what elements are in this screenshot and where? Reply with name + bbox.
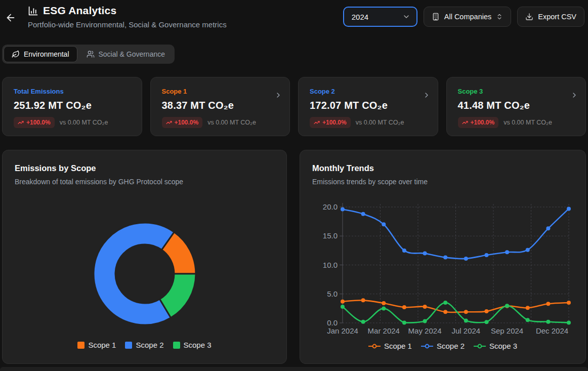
tab-social-governance[interactable]: Social & Governance: [78, 46, 174, 62]
data-point: [526, 248, 530, 252]
change-badge: +100.0%: [14, 117, 55, 128]
data-point: [505, 304, 509, 308]
monthly-trends-line-chart: 0.05.010.015.020.0Jan 2024Mar 2024May 20…: [300, 199, 586, 337]
comparison-text: vs 0.00 MT CO₂e: [356, 119, 404, 126]
charts-row: Emissions by Scope Breakdown of total em…: [2, 150, 586, 364]
legend-label: Scope 1: [88, 341, 116, 349]
chevron-right-icon: [274, 91, 282, 99]
metric-card-scope-3[interactable]: Scope 3 41.48 MT CO₂e +100.0% vs 0.00 MT…: [446, 77, 586, 136]
year-select-value: 2024: [352, 13, 368, 21]
data-point: [341, 208, 345, 212]
legend-item-scope-3[interactable]: Scope 3: [173, 341, 212, 349]
y-axis-tick-label: 0.0: [327, 318, 338, 327]
export-csv-button[interactable]: Export CSV: [517, 7, 584, 27]
back-button[interactable]: [4, 11, 17, 24]
data-point: [341, 300, 345, 304]
metric-label: Total Emissions: [14, 88, 132, 95]
data-point: [484, 309, 488, 313]
x-axis-tick-label: Mar 2024: [368, 326, 400, 335]
data-point: [382, 301, 386, 305]
metric-label: Scope 2: [310, 88, 428, 95]
emissions-by-scope-donut-chart: [3, 197, 287, 349]
y-axis-tick-label: 10.0: [323, 261, 338, 269]
data-point: [361, 320, 365, 324]
comparison-text: vs 0.00 MT CO₂e: [207, 119, 256, 126]
data-point: [484, 320, 488, 324]
change-badge: +100.0%: [458, 117, 499, 128]
chevron-right-icon: [570, 91, 578, 99]
esg-analytics-page: ESG Analytics Portfolio-wide Environment…: [0, 0, 588, 371]
data-point: [443, 301, 447, 305]
arrow-left-icon: [5, 12, 16, 23]
x-axis-tick-label: May 2024: [408, 326, 442, 335]
legend-item-scope-1[interactable]: Scope 1: [77, 341, 116, 349]
metric-value: 38.37 MT CO₂e: [162, 100, 280, 111]
tab-environmental[interactable]: Environmental: [4, 46, 77, 62]
legend-swatch: [77, 342, 85, 349]
legend-label: Scope 3: [489, 342, 517, 350]
legend-swatch: [125, 342, 132, 349]
data-point: [361, 298, 365, 302]
legend-label: Scope 3: [184, 341, 212, 349]
download-icon: [525, 13, 533, 21]
data-point: [382, 222, 386, 226]
header: ESG Analytics Portfolio-wide Environment…: [28, 5, 227, 29]
export-csv-label: Export CSV: [538, 13, 576, 21]
users-icon: [87, 50, 95, 58]
metric-value: 41.48 MT CO₂e: [458, 100, 576, 111]
donut-chart-legend: Scope 1Scope 2Scope 3: [3, 341, 286, 349]
change-badge: +100.0%: [310, 117, 351, 128]
line-chart-legend: Scope 1Scope 2Scope 3: [300, 342, 585, 350]
legend-item-scope-1[interactable]: Scope 1: [368, 342, 412, 350]
data-point: [546, 302, 550, 306]
metric-label: Scope 1: [162, 88, 280, 95]
page-title: ESG Analytics: [43, 5, 116, 17]
legend-item-scope-3[interactable]: Scope 3: [474, 342, 517, 350]
legend-label: Scope 1: [384, 342, 412, 350]
chart-subtitle: Breakdown of total emissions by GHG Prot…: [15, 178, 274, 186]
metric-card-scope-2[interactable]: Scope 2 172.07 MT CO₂e +100.0% vs 0.00 M…: [298, 77, 438, 136]
data-point: [402, 305, 406, 309]
comparison-text: vs 0.00 MT CO₂e: [503, 119, 552, 126]
legend-label: Scope 2: [437, 342, 465, 350]
data-point: [567, 207, 571, 211]
data-point: [464, 318, 468, 322]
building-icon: [432, 13, 440, 21]
metric-card-total-emissions: Total Emissions 251.92 MT CO₂e +100.0% v…: [2, 77, 142, 136]
chevron-down-icon: [402, 13, 410, 21]
tab-social-governance-label: Social & Governance: [99, 50, 165, 58]
data-point: [443, 256, 447, 260]
data-point: [341, 305, 345, 309]
legend-line-marker: [474, 344, 486, 349]
legend-item-scope-2[interactable]: Scope 2: [421, 342, 465, 350]
y-axis-tick-label: 20.0: [323, 202, 338, 211]
data-point: [484, 253, 488, 257]
pie-slice-scope-2[interactable]: [94, 223, 174, 325]
y-axis-tick-label: 15.0: [323, 231, 338, 240]
page-subtitle: Portfolio-wide Environmental, Social & G…: [28, 20, 227, 29]
legend-line-marker: [368, 344, 381, 349]
next-section-peek: [0, 367, 588, 371]
comparison-text: vs 0.00 MT CO₂e: [60, 119, 108, 126]
data-point: [567, 301, 571, 305]
legend-item-scope-2[interactable]: Scope 2: [125, 341, 163, 349]
data-point: [443, 310, 447, 314]
trending-up-icon: [18, 119, 24, 126]
company-filter-button[interactable]: All Companies: [424, 7, 512, 27]
metric-card-scope-1[interactable]: Scope 1 38.37 MT CO₂e +100.0% vs 0.00 MT…: [150, 77, 290, 136]
year-select[interactable]: 2024: [343, 7, 417, 27]
x-axis-tick-label: Dec 2024: [536, 326, 568, 335]
metric-value: 251.92 MT CO₂e: [14, 100, 132, 111]
data-point: [361, 212, 365, 216]
data-point: [526, 306, 530, 310]
data-point: [464, 257, 468, 261]
data-point: [505, 250, 509, 254]
tab-environmental-label: Environmental: [24, 50, 69, 58]
data-point: [526, 318, 530, 322]
data-point: [464, 310, 468, 314]
legend-label: Scope 2: [136, 341, 163, 349]
company-filter-label: All Companies: [444, 13, 492, 21]
x-axis-tick-label: Sep 2024: [491, 326, 523, 335]
data-point: [402, 249, 406, 253]
legend-line-marker: [421, 344, 433, 349]
